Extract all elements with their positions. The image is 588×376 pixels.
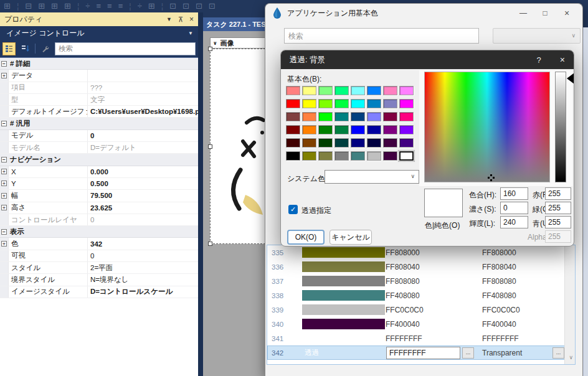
toolbar-icon[interactable]: ⊞ (4, 0, 11, 12)
color-table-row[interactable]: 338FF408080FF408080 (267, 288, 575, 303)
basic-color-swatch[interactable] (367, 86, 381, 95)
color-table-row[interactable]: 337FF808080FF808080 (267, 274, 575, 288)
property-value[interactable]: D=デフォルト (87, 142, 198, 153)
basic-color-swatch[interactable] (383, 86, 397, 95)
basic-color-swatch[interactable] (286, 86, 300, 95)
property-row[interactable]: +データ (0, 70, 198, 82)
basic-color-swatch[interactable] (383, 99, 397, 108)
basic-color-swatch[interactable] (318, 86, 333, 95)
property-row[interactable]: 型文字 (0, 94, 198, 106)
basic-color-swatch[interactable] (367, 112, 381, 121)
basic-color-swatch[interactable] (318, 99, 333, 108)
collapse-icon[interactable]: − (1, 61, 7, 67)
ellipsis-button[interactable]: ... (462, 347, 474, 359)
basic-color-swatch[interactable] (399, 125, 414, 134)
basic-color-swatch[interactable] (334, 151, 349, 161)
expand-icon[interactable]: + (1, 193, 7, 199)
sort-alphabetical-button[interactable] (19, 42, 32, 55)
color-table-row[interactable]: 339FFC0C0C0FFC0C0C0 (267, 303, 575, 317)
green-field[interactable] (545, 202, 571, 214)
property-value[interactable]: 342 (87, 238, 198, 249)
basic-color-swatch[interactable] (383, 112, 397, 121)
basic-color-swatch[interactable] (399, 99, 414, 108)
scroll-down-icon[interactable]: ∨ (569, 354, 573, 360)
close-icon[interactable]: × (189, 15, 194, 24)
basic-color-swatch[interactable] (318, 151, 333, 161)
property-value[interactable] (87, 70, 198, 81)
color-table-row[interactable]: 340FF400040FF400040 (267, 317, 575, 331)
basic-color-swatch[interactable] (334, 112, 349, 121)
image-canvas[interactable] (210, 49, 265, 244)
property-value[interactable]: 23.625 (87, 202, 198, 214)
color-table-row[interactable]: 341FFFFFFFFFFFFFFFF (267, 331, 575, 345)
property-value[interactable]: 79.500 (87, 190, 198, 201)
selection-handle[interactable] (208, 47, 212, 51)
basic-color-swatch[interactable] (302, 99, 316, 108)
basic-color-swatch[interactable] (351, 151, 365, 161)
basic-color-swatch[interactable] (286, 125, 300, 134)
selection-handle[interactable] (208, 144, 212, 149)
basic-color-swatch[interactable] (367, 151, 381, 161)
ok-button[interactable]: OK(O) (287, 230, 325, 245)
transparent-checkbox[interactable]: ✓ (288, 205, 298, 214)
property-value[interactable]: 2=平面 (87, 262, 198, 273)
property-row[interactable]: スタイル2=平面 (0, 262, 198, 274)
basic-color-swatch[interactable] (383, 151, 397, 161)
basic-color-swatch[interactable] (383, 125, 397, 134)
hue-field[interactable] (500, 187, 528, 200)
hue-saturation-gradient[interactable] (424, 72, 550, 182)
basic-color-swatch[interactable] (351, 138, 365, 148)
basic-color-swatch[interactable] (399, 86, 414, 95)
toolbar-icon[interactable]: ⊡ (183, 0, 189, 12)
toolbar-icon[interactable]: ⊡ (209, 0, 216, 12)
basic-color-swatch[interactable] (351, 99, 365, 108)
toolbar-icon[interactable]: ÷ (138, 0, 142, 12)
task-window-title[interactable]: タスク 227.1 - TEST.E (203, 17, 265, 31)
property-row[interactable]: +色342 (0, 238, 198, 250)
basic-color-swatch[interactable] (286, 138, 300, 148)
property-row[interactable]: デフォルトイメージファイル名C:¥Users¥user¥Desktop¥1698… (0, 106, 198, 118)
property-value[interactable]: 0 (87, 130, 198, 141)
table-scrollbar[interactable]: ∨ (564, 245, 575, 364)
toolbar-icon[interactable]: ⊞ (38, 0, 45, 12)
luminance-slider-arrow[interactable] (567, 73, 574, 84)
expand-icon[interactable]: + (1, 169, 7, 174)
property-row[interactable]: +高さ23.625 (0, 202, 198, 214)
property-category-row[interactable]: −ナビゲーション (0, 154, 198, 166)
toolbar-icon[interactable]: ÷ (85, 0, 90, 12)
red-field[interactable] (545, 187, 571, 200)
help-icon[interactable]: ? (530, 55, 548, 65)
basic-color-swatch[interactable] (318, 125, 333, 134)
basic-color-swatch[interactable] (367, 99, 381, 108)
basic-color-swatch[interactable] (302, 86, 316, 95)
basic-color-swatch[interactable] (318, 138, 333, 148)
property-row[interactable]: モデル名D=デフォルト (0, 142, 198, 154)
property-value[interactable]: 0.500 (87, 178, 198, 189)
image-group-header[interactable]: ∨ 画像 (210, 37, 265, 49)
system-color-dropdown[interactable]: ∨ (325, 170, 419, 184)
basic-color-swatch[interactable] (286, 112, 300, 121)
basic-color-swatch[interactable] (334, 125, 349, 134)
basic-color-swatch[interactable] (399, 138, 414, 148)
property-row[interactable]: 境界スタイルN=境界なし (0, 274, 198, 286)
toolbar-icon[interactable]: ≡ (107, 0, 112, 12)
property-category-row[interactable]: −# 詳細 (0, 58, 198, 70)
categorize-button[interactable] (2, 42, 16, 55)
expand-icon[interactable]: + (1, 73, 7, 78)
basic-color-swatch[interactable] (318, 112, 333, 121)
close-icon[interactable]: × (559, 8, 575, 18)
property-category-row[interactable]: −表示 (0, 226, 198, 238)
basic-color-swatch[interactable] (351, 112, 365, 121)
toolbar-icon[interactable]: ⊞ (64, 0, 71, 12)
close-icon[interactable]: × (548, 55, 565, 65)
basic-color-swatch[interactable] (351, 125, 365, 134)
property-value[interactable]: 文字 (87, 94, 198, 105)
window-position-icon[interactable]: ▼ (166, 16, 172, 22)
basic-color-swatch[interactable] (302, 151, 316, 161)
hex-value-input[interactable] (386, 347, 460, 359)
basic-color-swatch[interactable] (286, 99, 300, 108)
property-value[interactable]: 0.000 (87, 166, 198, 177)
toolbar-icon[interactable]: ≡ (118, 0, 123, 12)
toolbar-icon[interactable]: ⊡ (169, 0, 176, 12)
basic-color-swatch[interactable] (334, 99, 349, 108)
